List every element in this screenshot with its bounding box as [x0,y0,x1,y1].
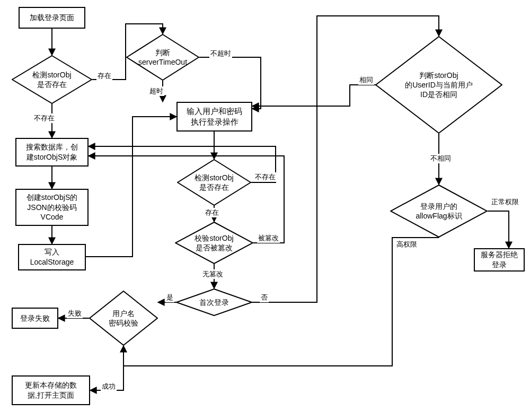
flowchart-canvas: 加载登录页面 检测storObj是否存在 搜索数据库，创建storObjS对象 … [0,0,530,420]
edge-label-exists-2: 存在 [204,208,220,217]
label: 登录用户的allowFlag标识 [390,185,488,238]
node-search-db-create-storobjs: 搜索数据库，创建storObjS对象 [15,138,89,167]
node-user-pwd-verify: 用户名密码校验 [89,291,158,346]
edge-label-same: 相同 [358,75,374,85]
edge-label-normal-perm: 正常权限 [490,197,520,207]
edge-label-not-exists-1: 不存在 [33,113,56,123]
label: 校验storObj是否被篡改 [175,222,253,264]
edge-label-tampered: 被篡改 [257,233,280,243]
node-input-user-pwd-login: 输入用户和密码执行登录操作 [176,102,252,132]
edge-label-not-exists-2: 不存在 [254,172,277,182]
label: 用户名密码校验 [89,291,158,346]
label: 首次登录 [176,288,252,316]
node-server-reject-login: 服务器拒绝登录 [474,248,525,272]
edge-label-fail: 失败 [67,309,83,318]
node-create-storobjs-json-vcode: 创建storObjS的JSON的校验码VCode [15,189,89,226]
node-first-login: 首次登录 [176,288,252,316]
node-login-failed: 登录失败 [12,308,58,329]
edge-label-yes: 是 [165,293,174,302]
edge-label-timeout: 超时 [148,86,164,96]
node-login-user-allowflag: 登录用户的allowFlag标识 [390,185,488,238]
label: 判断serverTimeOut [126,34,199,81]
node-write-localstorage: 写入LocalStorage [18,244,86,270]
edge-label-exists: 存在 [96,71,112,81]
edge-label-success: 成功 [101,382,117,391]
node-check-storobj-exists-1: 检测storObj是否存在 [12,55,92,104]
edge-label-not-timeout: 不超时 [209,49,232,58]
edge-label-high-perm: 高权限 [395,240,418,249]
node-verify-storobj-tampered: 校验storObj是否被篡改 [175,222,253,264]
node-load-login-page: 加载登录页面 [19,7,85,29]
edge-label-no: 否 [260,293,269,302]
node-judge-userid-same: 判断storObj的UserID与当前用户ID是否相同 [375,36,502,134]
edge-label-not-tampered: 无篡改 [201,269,224,279]
label: 检测storObj是否存在 [12,55,92,104]
label: 检测storObj是否存在 [177,159,251,206]
label: 判断storObj的UserID与当前用户ID是否相同 [375,36,502,134]
node-check-storobj-exists-2: 检测storObj是否存在 [177,159,251,206]
node-judge-server-timeout: 判断serverTimeOut [126,34,199,81]
edge-label-not-same: 不相同 [429,154,452,163]
node-update-local-open-main: 更新本存储的数据,打开主页面 [12,375,90,405]
